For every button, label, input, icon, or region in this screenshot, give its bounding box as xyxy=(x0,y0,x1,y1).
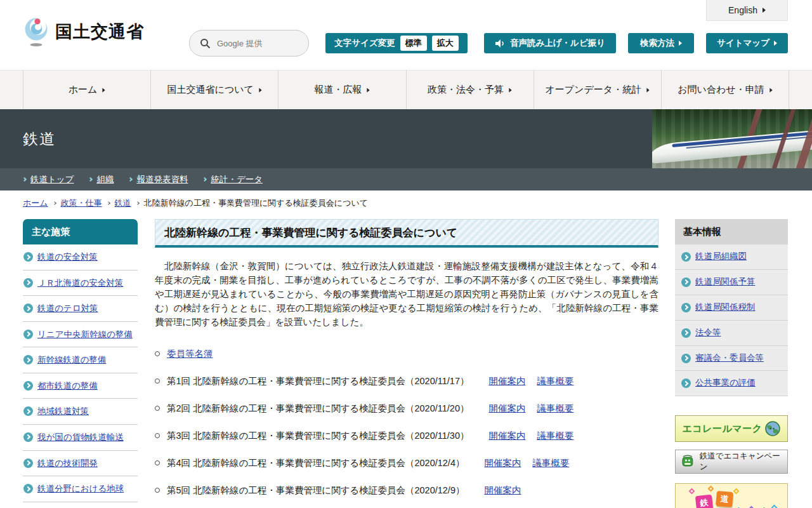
sidebar-item-label[interactable]: 我が国の貨物鉄道輸送 xyxy=(37,431,124,444)
breadcrumb-home[interactable]: ホーム xyxy=(23,197,48,209)
sidebar-item-label[interactable]: 鉄道分野における地球 xyxy=(37,483,124,495)
breadcrumb-railway[interactable]: 鉄道 xyxy=(115,197,131,209)
circle-arrow-icon xyxy=(23,458,33,468)
hero-link-label[interactable]: 統計・データ xyxy=(211,174,263,185)
railway-day-banner[interactable]: 鉄 道 xyxy=(675,483,788,508)
meeting-summary-link[interactable]: 議事概要 xyxy=(532,457,569,469)
nav-item-home[interactable]: ホーム xyxy=(23,70,150,109)
sitemap-button[interactable]: サイトマップ xyxy=(706,33,788,53)
hero-link-label[interactable]: 鉄道トップ xyxy=(30,174,74,185)
circle-arrow-icon xyxy=(23,355,33,364)
sidebar-item-urban-rail[interactable]: 都市鉄道の整備 xyxy=(23,373,138,399)
meeting-row-3: 第3回 北陸新幹線の工程・事業費管理に関する検証委員会（2020/11/30） … xyxy=(155,430,658,442)
meeting-row-5: 第5回 北陸新幹線の工程・事業費管理に関する検証委員会（2020/12/9） 開… xyxy=(155,485,658,497)
nav-item-opendata[interactable]: オープンデータ・統計 xyxy=(534,70,661,109)
roster-link[interactable]: 委員等名簿 xyxy=(167,348,213,360)
chevron-right-icon xyxy=(88,177,93,182)
nav-item-contact[interactable]: お問い合わせ・申請 xyxy=(661,70,789,109)
circle-bullet-icon xyxy=(155,378,160,384)
sidebar-item-org-chart[interactable]: 鉄道局組織図 xyxy=(675,244,788,270)
meeting-summary-link[interactable]: 議事概要 xyxy=(537,430,573,442)
meeting-notice-link[interactable]: 開催案内 xyxy=(488,403,525,415)
circle-bullet-icon xyxy=(155,406,160,411)
sidebar-item-linear[interactable]: リニア中央新幹線の整備 xyxy=(23,322,138,348)
sidebar-item-label[interactable]: 都市鉄道の整備 xyxy=(37,380,98,392)
meeting-summary-link[interactable]: 議事概要 xyxy=(537,403,573,415)
sidebar-item-label[interactable]: 鉄道局組織図 xyxy=(695,251,747,263)
arrow-right-icon xyxy=(367,88,370,92)
maglev-train-photo xyxy=(652,109,812,168)
meeting-title: 第4回 北陸新幹線の工程・事業費管理に関する検証委員会（2020/12/4） xyxy=(167,457,464,469)
english-button[interactable]: English xyxy=(706,0,788,21)
sidebar-left-header: 主な施策 xyxy=(23,219,138,244)
sidebar-item-label[interactable]: リニア中央新幹線の整備 xyxy=(37,328,133,341)
diamond-confetti-icon xyxy=(733,488,740,495)
sidebar-item-label[interactable]: 審議会・委員会等 xyxy=(695,352,764,364)
sidebar-item-label[interactable]: 鉄道のテロ対策 xyxy=(37,302,98,315)
arrow-right-icon xyxy=(259,88,261,92)
sidebar-item-councils[interactable]: 審議会・委員会等 xyxy=(675,346,788,371)
sidebar-item-laws[interactable]: 法令等 xyxy=(675,321,788,346)
sidebar-item-label[interactable]: 法令等 xyxy=(695,327,721,339)
ecorail-label: エコレールマーク xyxy=(682,423,762,435)
search-input[interactable] xyxy=(217,39,298,48)
nav-item-press[interactable]: 報道・広報 xyxy=(278,70,405,109)
circle-bullet-icon xyxy=(155,488,160,493)
roster-row: 委員等名簿 xyxy=(155,348,658,360)
sidebar-item-terror[interactable]: 鉄道のテロ対策 xyxy=(23,296,138,322)
sidebar-item-label[interactable]: 鉄道の技術開発 xyxy=(37,457,98,470)
eco-campaign-banner[interactable]: 鉄道でエコキャンペーン xyxy=(675,450,788,474)
sidebar-item-budget[interactable]: 鉄道局関係予算 xyxy=(675,270,788,295)
meeting-notice-link[interactable]: 開催案内 xyxy=(488,430,525,442)
sidebar-item-label[interactable]: 鉄道局関係予算 xyxy=(695,276,756,288)
meeting-notice-link[interactable]: 開催案内 xyxy=(484,457,521,469)
chevron-right-icon xyxy=(22,177,27,182)
site-search[interactable] xyxy=(189,30,309,57)
sidebar-item-label[interactable]: 公共事業の評価 xyxy=(695,377,756,389)
section-title: 鉄道 xyxy=(23,129,56,149)
hero-link-statistics[interactable]: 統計・データ xyxy=(203,174,263,185)
page-title: 北陸新幹線の工程・事業費管理に関する検証委員会について xyxy=(155,219,658,248)
sidebar-item-label[interactable]: ＪＲ北海道の安全対策 xyxy=(37,277,123,290)
sidebar-item-freight[interactable]: 我が国の貨物鉄道輸送 xyxy=(23,425,138,451)
chevron-right-icon xyxy=(136,201,140,205)
sidebar-item-label[interactable]: 新幹線鉄道の整備 xyxy=(37,354,106,366)
hero-link-organization[interactable]: 組織 xyxy=(89,174,114,185)
nav-item-policy[interactable]: 政策・法令・予算 xyxy=(406,70,534,109)
sidebar-item-evaluation[interactable]: 公共事業の評価 xyxy=(675,371,788,396)
sidebar-item-shinkansen[interactable]: 新幹線鉄道の整備 xyxy=(23,347,138,373)
font-standard-button[interactable]: 標準 xyxy=(400,36,427,51)
sidebar-item-label[interactable]: 鉄道局関係税制 xyxy=(695,302,756,314)
arrow-right-icon xyxy=(509,88,511,92)
nav-item-about[interactable]: 国土交通省について xyxy=(150,70,278,109)
breadcrumb-policy[interactable]: 政策・仕事 xyxy=(61,197,102,209)
nav-label: オープンデータ・統計 xyxy=(545,84,641,96)
sidebar-item-label[interactable]: 地域鉄道対策 xyxy=(37,405,89,418)
ecorail-mark-banner[interactable]: エコレールマーク xyxy=(675,415,788,442)
site-title: 国土交通省 xyxy=(55,20,144,43)
voice-reading-button[interactable]: 音声読み上げ・ルビ振り xyxy=(484,33,616,53)
circle-arrow-icon xyxy=(23,381,33,391)
tetsu-block: 鉄 xyxy=(695,495,713,508)
arrow-right-icon xyxy=(647,88,650,92)
hero-link-label[interactable]: 組織 xyxy=(96,174,114,185)
sidebar-item-technology[interactable]: 鉄道の技術開発 xyxy=(23,451,138,477)
circle-arrow-icon xyxy=(23,252,33,262)
hero-link-press[interactable]: 報道発表資料 xyxy=(129,174,188,185)
meeting-notice-link[interactable]: 開催案内 xyxy=(484,485,521,497)
font-large-button[interactable]: 拡大 xyxy=(432,36,459,51)
sidebar-item-safety[interactable]: 鉄道の安全対策 xyxy=(23,244,138,271)
meeting-notice-link[interactable]: 開催案内 xyxy=(488,375,525,387)
hero-link-label[interactable]: 報道発表資料 xyxy=(136,174,188,185)
circle-arrow-icon xyxy=(23,406,33,416)
search-method-button[interactable]: 検索方法 xyxy=(628,33,694,53)
sidebar-item-jr-hokkaido[interactable]: ＪＲ北海道の安全対策 xyxy=(23,271,138,297)
mlit-logo[interactable]: 国土交通省 xyxy=(23,17,144,47)
search-icon xyxy=(200,38,211,49)
hero-link-railway-top[interactable]: 鉄道トップ xyxy=(23,174,74,185)
sidebar-item-tax[interactable]: 鉄道局関係税制 xyxy=(675,295,788,321)
sidebar-item-environment[interactable]: 鉄道分野における地球 xyxy=(23,476,138,502)
meeting-summary-link[interactable]: 議事概要 xyxy=(537,375,573,387)
sidebar-item-regional-rail[interactable]: 地域鉄道対策 xyxy=(23,399,138,425)
sidebar-item-label[interactable]: 鉄道の安全対策 xyxy=(37,251,98,264)
